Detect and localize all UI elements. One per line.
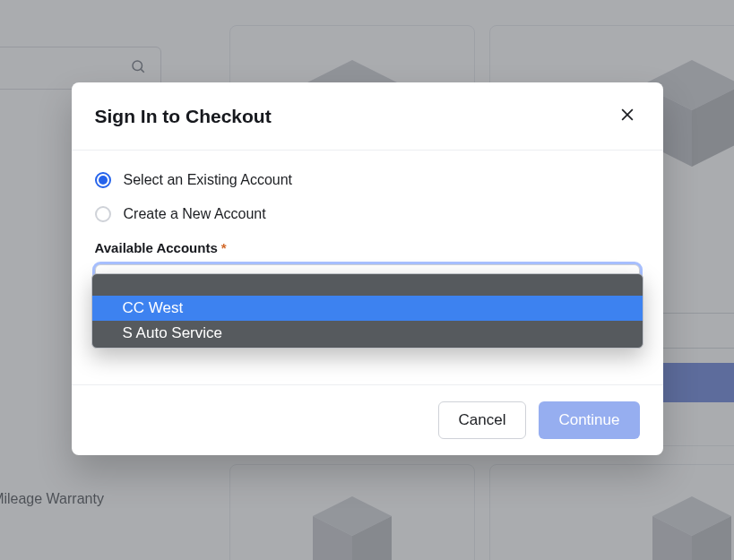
field-label-text: Available Accounts (95, 240, 218, 255)
dropdown-option-blank[interactable] (92, 276, 643, 296)
dropdown-option-cc-west[interactable]: CC West (92, 296, 643, 321)
close-button[interactable] (615, 102, 640, 130)
dropdown-option-label: S Auto Service (123, 324, 223, 342)
cancel-button[interactable]: Cancel (438, 401, 527, 439)
required-asterisk: * (221, 240, 227, 255)
available-accounts-dropdown[interactable]: CC West S Auto Service (91, 273, 643, 349)
dropdown-option-label: CC West (123, 299, 184, 317)
radio-input[interactable] (95, 172, 111, 188)
radio-label: Create a New Account (124, 206, 266, 222)
checkout-signin-modal: Sign In to Checkout Select an Existing A… (72, 82, 663, 455)
modal-title: Sign In to Checkout (95, 106, 272, 127)
modal-body: Select an Existing Account Create a New … (72, 151, 663, 384)
radio-create-account[interactable]: Create a New Account (95, 206, 640, 222)
modal-footer: Cancel Continue (72, 384, 663, 455)
radio-input[interactable] (95, 206, 111, 222)
check-icon (91, 280, 92, 292)
continue-button[interactable]: Continue (539, 401, 639, 439)
close-icon (618, 113, 636, 126)
radio-label: Select an Existing Account (124, 172, 293, 188)
dropdown-option-s-auto-service[interactable]: S Auto Service (92, 321, 643, 346)
modal-header: Sign In to Checkout (72, 82, 663, 151)
available-accounts-label: Available Accounts * (95, 240, 640, 255)
radio-existing-account[interactable]: Select an Existing Account (95, 172, 640, 188)
modal-overlay: Sign In to Checkout Select an Existing A… (0, 0, 734, 560)
